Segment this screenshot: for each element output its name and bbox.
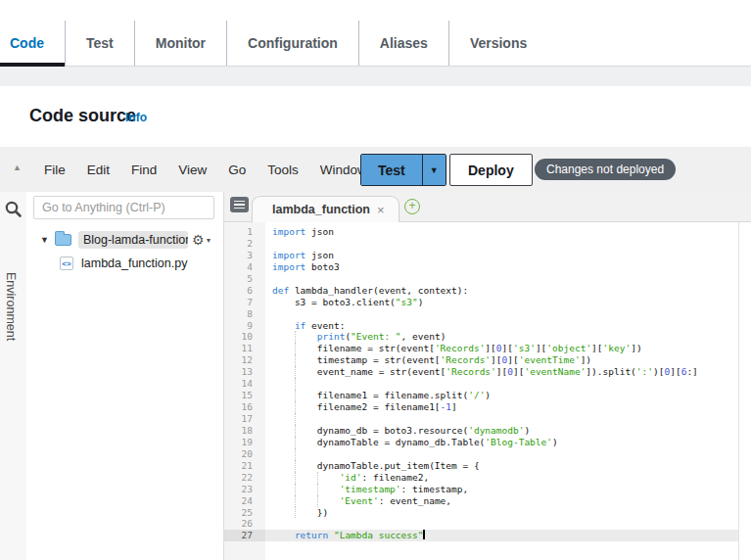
tab-aliases[interactable]: Aliases xyxy=(358,21,448,66)
new-tab-icon[interactable]: + xyxy=(404,199,420,214)
code-line: dynamoTable = dynamo_db.Table('Blog-Tabl… xyxy=(265,437,738,448)
code-line xyxy=(265,378,738,390)
tab-test[interactable]: Test xyxy=(65,21,134,66)
gear-dropdown-icon[interactable]: ▼ xyxy=(205,237,211,244)
menu-view[interactable]: View xyxy=(167,159,217,181)
line-number: 7 xyxy=(224,297,265,308)
tab-monitor[interactable]: Monitor xyxy=(134,21,226,66)
line-number: 12 xyxy=(224,354,265,366)
code-editor[interactable]: import jsonimport jsonimport boto3def la… xyxy=(265,222,739,560)
ide-menubar: ▲ FileEditFindViewGoToolsWindow Test ▼ D… xyxy=(0,147,751,192)
line-number: 24 xyxy=(224,495,265,507)
code-area: 1234567891011121314151617181920212223242… xyxy=(224,222,751,560)
line-number: 26 xyxy=(224,518,265,530)
code-line xyxy=(265,448,738,460)
search-icon[interactable] xyxy=(4,200,23,222)
code-line: event_name = str(event['Records'][0]['ev… xyxy=(265,366,738,378)
menu-edit[interactable]: Edit xyxy=(76,159,120,181)
code-line: import json xyxy=(265,226,738,238)
code-line: import boto3 xyxy=(265,261,738,273)
line-number: 5 xyxy=(224,273,265,285)
goto-anything-input[interactable] xyxy=(33,196,214,219)
code-line: return "Lambda success" xyxy=(265,530,738,541)
line-number: 1 xyxy=(224,226,265,238)
tab-list-icon[interactable] xyxy=(230,197,249,212)
code-line: s3 = boto3.client("s3") xyxy=(265,297,738,308)
code-line: dynamoTable.put_item(Item = { xyxy=(265,460,738,472)
code-line: filename2 = filename1[-1] xyxy=(265,401,738,413)
code-line xyxy=(265,518,738,530)
line-number: 21 xyxy=(224,460,265,472)
environment-dock-tab[interactable]: Environment xyxy=(4,272,18,341)
line-number: 11 xyxy=(224,343,265,354)
collapse-menubar-icon[interactable]: ▲ xyxy=(13,163,22,172)
tab-configuration[interactable]: Configuration xyxy=(226,21,358,66)
code-line: 'id': filename2, xyxy=(265,472,738,484)
text-cursor xyxy=(423,530,425,539)
code-line xyxy=(265,238,738,250)
code-line: def lambda_handler(event, context): xyxy=(265,285,738,297)
code-line xyxy=(265,413,738,425)
test-button[interactable]: Test ▼ xyxy=(360,154,446,186)
test-button-label[interactable]: Test xyxy=(361,155,422,185)
info-link[interactable]: Info xyxy=(125,111,147,124)
line-number: 18 xyxy=(224,425,265,437)
code-line: import json xyxy=(265,250,738,261)
menu-tools[interactable]: Tools xyxy=(257,159,309,181)
editor-column: lambda_function × + 12345678910111213141… xyxy=(223,192,751,560)
line-number: 8 xyxy=(224,308,265,320)
editor-tab-label: lambda_function xyxy=(272,203,370,216)
ide-menu: FileEditFindViewGoToolsWindow xyxy=(33,147,378,192)
code-line: filename1 = filename.split('/') xyxy=(265,390,738,401)
menu-find[interactable]: Find xyxy=(120,159,167,181)
code-source-header: Code source Info xyxy=(0,86,751,147)
editor-tab-lambda-function[interactable]: lambda_function × xyxy=(252,196,399,222)
line-number: 14 xyxy=(224,378,265,390)
page-title: Code source xyxy=(29,106,136,126)
line-number: 2 xyxy=(224,238,265,250)
line-number: 13 xyxy=(224,366,265,378)
python-file-icon: <> xyxy=(60,257,73,270)
code-line xyxy=(265,273,738,285)
code-line: filename = str(event['Records'][0]['s3']… xyxy=(265,343,738,354)
tab-versions[interactable]: Versions xyxy=(448,21,547,66)
deploy-button[interactable]: Deploy xyxy=(449,154,533,186)
line-number: 4 xyxy=(224,261,265,273)
test-dropdown-arrow-icon[interactable]: ▼ xyxy=(422,155,446,185)
line-number: 20 xyxy=(224,448,265,460)
menu-file[interactable]: File xyxy=(33,159,76,181)
gear-icon[interactable]: ⚙ xyxy=(192,232,205,248)
code-line: }) xyxy=(265,507,738,519)
line-number: 27 xyxy=(224,530,265,541)
line-number: 9 xyxy=(224,320,265,332)
line-number-gutter: 1234567891011121314151617181920212223242… xyxy=(224,222,265,560)
line-number: 17 xyxy=(224,413,265,425)
close-tab-icon[interactable]: × xyxy=(377,203,385,217)
folder-name[interactable]: Blog-lamda-function xyxy=(78,231,188,249)
line-number: 19 xyxy=(224,437,265,448)
disclosure-triangle-icon[interactable]: ▼ xyxy=(40,235,49,245)
lambda-console: CodeTestMonitorConfigurationAliasesVersi… xyxy=(0,0,751,560)
file-tree-panel: ▼ Blog-lamda-function ⚙ ▼ <> lambda_func… xyxy=(26,192,223,560)
line-number: 10 xyxy=(224,331,265,343)
code-line: print("Event: ", event) xyxy=(265,331,738,343)
tab-code[interactable]: Code xyxy=(0,21,65,66)
left-dock-strip: Environment xyxy=(0,192,26,560)
function-tabs: CodeTestMonitorConfigurationAliasesVersi… xyxy=(0,0,751,67)
code-line: timestamp = str(event['Records'][0]['eve… xyxy=(265,354,738,366)
code-line: 'Event': event_name, xyxy=(265,495,738,507)
band xyxy=(0,67,751,86)
status-badge: Changes not deployed xyxy=(535,159,676,180)
tree-folder-row[interactable]: ▼ Blog-lamda-function ⚙ ▼ xyxy=(26,229,223,251)
menu-go[interactable]: Go xyxy=(217,159,257,181)
line-number: 22 xyxy=(224,472,265,484)
code-line xyxy=(265,308,738,320)
code-line: dynamo_db = boto3.resource('dynamodb') xyxy=(265,425,738,437)
file-name[interactable]: lambda_function.py xyxy=(81,257,187,270)
line-number: 3 xyxy=(224,250,265,261)
tree-file-row[interactable]: <> lambda_function.py xyxy=(26,253,223,274)
line-number: 16 xyxy=(224,401,265,413)
line-number: 23 xyxy=(224,484,265,495)
folder-icon xyxy=(55,234,71,246)
code-line: 'timestamp': timestamp, xyxy=(265,484,738,495)
